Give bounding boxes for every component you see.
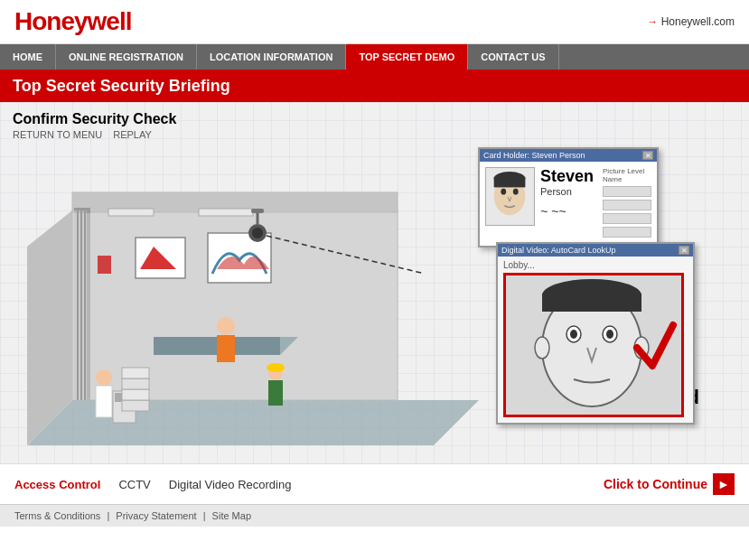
id-field-1 bbox=[603, 186, 651, 197]
svg-rect-23 bbox=[122, 378, 149, 389]
id-card-face-drawing bbox=[486, 167, 534, 226]
svg-rect-21 bbox=[122, 400, 149, 411]
popup-id-info: Steven Person ~ ~~ bbox=[540, 167, 594, 240]
popup-face-title: Digital Video: AutoCard LookUp bbox=[501, 246, 615, 255]
honeywell-logo: Honeywell bbox=[14, 7, 131, 36]
svg-rect-6 bbox=[108, 209, 154, 216]
sitemap-link[interactable]: Site Map bbox=[212, 510, 251, 521]
id-field-4 bbox=[603, 227, 651, 238]
privacy-link[interactable]: Privacy Statement bbox=[116, 510, 196, 521]
continue-label: Click to Continue bbox=[604, 477, 707, 491]
bottom-footer: Terms & Conditions | Privacy Statement |… bbox=[0, 504, 749, 527]
footer-nav-dvr[interactable]: Digital Video Recording bbox=[169, 478, 292, 491]
popup-face-verification: Digital Video: AutoCard LookUp ✕ Lobby..… bbox=[496, 242, 695, 425]
nav-demo[interactable]: TOP SECRET DEMO bbox=[346, 44, 468, 70]
nav-location[interactable]: LOCATION INFORMATION bbox=[197, 44, 346, 70]
header: Honeywell Honeywell.com bbox=[0, 0, 749, 44]
nav-contact[interactable]: CONTACT US bbox=[468, 44, 558, 70]
banner-title: Top Secret Security Briefing bbox=[13, 77, 230, 96]
navigation-bar: HOME ONLINE REGISTRATION LOCATION INFORM… bbox=[0, 44, 749, 70]
footer-nav-access-control[interactable]: Access Control bbox=[14, 478, 100, 491]
svg-point-37 bbox=[501, 189, 506, 195]
svg-point-45 bbox=[570, 330, 577, 339]
svg-point-16 bbox=[267, 363, 285, 372]
svg-rect-15 bbox=[268, 380, 283, 406]
svg-point-47 bbox=[535, 337, 549, 359]
popup-id-card: Card Holder: Steven Person ✕ bbox=[478, 147, 659, 247]
svg-rect-50 bbox=[542, 294, 641, 312]
svg-rect-28 bbox=[251, 209, 264, 213]
footer-links-bar: Access Control CCTV Digital Video Record… bbox=[0, 463, 749, 504]
footer-sep-1: | bbox=[107, 510, 112, 521]
footer-sep-2: | bbox=[203, 510, 209, 521]
face-verification-drawing bbox=[506, 275, 684, 417]
svg-point-38 bbox=[513, 189, 519, 195]
logo-area: Honeywell bbox=[14, 7, 131, 36]
popup-face-image bbox=[503, 273, 684, 417]
popup-id-titlebar: Card Holder: Steven Person ✕ bbox=[480, 149, 657, 162]
svg-rect-24 bbox=[122, 368, 149, 378]
main-scene: Confirm Security Check RETURN TO MENU RE… bbox=[0, 102, 749, 463]
svg-rect-7 bbox=[199, 209, 253, 216]
popup-face-body: Lobby... bbox=[498, 257, 693, 423]
popup-id-title: Card Holder: Steven Person bbox=[483, 151, 585, 160]
popup-id-fields: Picture Level Name bbox=[603, 167, 651, 240]
popup-face-titlebar: Digital Video: AutoCard LookUp ✕ bbox=[498, 244, 693, 257]
id-field-3 bbox=[603, 213, 651, 224]
svg-point-17 bbox=[96, 369, 112, 386]
popup-id-body: Steven Person ~ ~~ Picture Level Name bbox=[480, 162, 657, 246]
honeywell-external-link[interactable]: Honeywell.com bbox=[647, 15, 735, 28]
popup-id-close-button[interactable]: ✕ bbox=[642, 151, 653, 160]
svg-rect-22 bbox=[122, 389, 149, 400]
page-banner: Top Secret Security Briefing bbox=[0, 70, 749, 102]
svg-point-46 bbox=[606, 330, 613, 339]
footer-navigation: Access Control CCTV Digital Video Record… bbox=[14, 478, 291, 491]
popup-person-name: Steven bbox=[540, 167, 594, 186]
continue-arrow-icon: ► bbox=[713, 473, 735, 495]
svg-rect-40 bbox=[494, 177, 526, 188]
svg-rect-13 bbox=[217, 335, 235, 362]
click-to-continue[interactable]: Click to Continue ► bbox=[604, 473, 735, 495]
popup-signature: ~ ~~ bbox=[540, 204, 594, 219]
svg-marker-0 bbox=[27, 400, 479, 445]
popup-face-location-label: Lobby... bbox=[503, 260, 688, 270]
terms-link[interactable]: Terms & Conditions bbox=[14, 510, 100, 521]
svg-rect-18 bbox=[96, 386, 112, 417]
svg-point-12 bbox=[217, 317, 235, 335]
popup-person-role: Person bbox=[540, 186, 594, 197]
id-field-2 bbox=[603, 200, 651, 210]
footer-nav-cctv[interactable]: CCTV bbox=[118, 478, 150, 491]
svg-rect-30 bbox=[98, 256, 111, 274]
popup-id-photo bbox=[485, 167, 535, 226]
nav-registration[interactable]: ONLINE REGISTRATION bbox=[56, 44, 197, 70]
id-fields-label: Picture Level Name bbox=[603, 167, 651, 183]
popup-face-close-button[interactable]: ✕ bbox=[679, 246, 689, 255]
nav-home[interactable]: HOME bbox=[0, 44, 56, 70]
svg-point-26 bbox=[252, 228, 263, 238]
